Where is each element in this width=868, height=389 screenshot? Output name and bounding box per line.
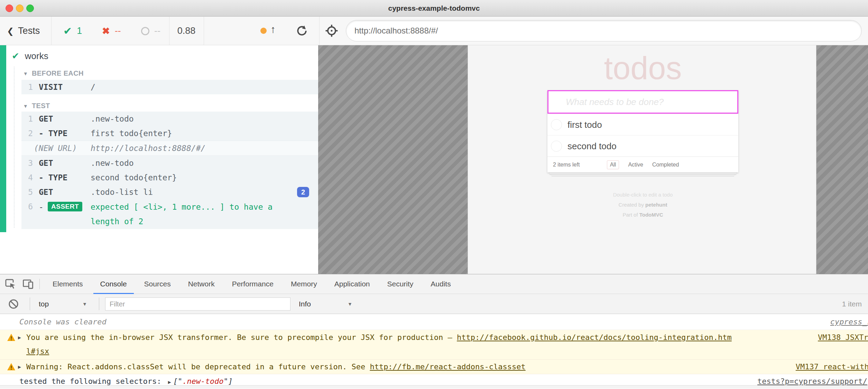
todos-heading: todos	[547, 50, 738, 86]
inspect-element-icon[interactable]	[5, 278, 17, 290]
app-under-test-area: todos first todo second todo 2 items lef…	[318, 45, 868, 274]
todo-toggle-checkbox[interactable]	[551, 141, 562, 152]
command-number: 3	[21, 156, 33, 170]
command-row-get-newtodo-2[interactable]: 3 GET .new-todo	[21, 156, 318, 170]
caret-down-icon: ▾	[24, 103, 27, 109]
credit-author-link[interactable]: petehunt	[645, 202, 667, 208]
section-test[interactable]: ▾ TEST	[24, 102, 50, 110]
back-to-tests-button[interactable]: ❮ Tests	[7, 17, 40, 45]
url-bar[interactable]: http://localhost:8888/#/	[346, 20, 862, 41]
chevron-down-icon[interactable]: ▼	[348, 294, 352, 314]
app-viewport: todos first todo second todo 2 items lef…	[468, 45, 816, 274]
command-number: 4	[21, 170, 33, 185]
new-todo-input[interactable]	[548, 91, 737, 113]
todoapp-card: first todo second todo 2 items left All …	[547, 90, 738, 172]
command-args: .new-todo	[91, 156, 134, 170]
main-area: ✔ works ▾ BEFORE EACH 1 VISIT / ▾ TEST 1…	[0, 45, 868, 274]
source-link[interactable]: cypress_r	[830, 314, 868, 330]
tab-application[interactable]: Application	[326, 274, 379, 294]
todo-label: second todo	[567, 135, 617, 157]
execution-context-select[interactable]: top	[39, 294, 49, 314]
toolbar-separator	[99, 297, 99, 310]
command-args: .new-todo	[91, 112, 134, 126]
todo-footer: 2 items left All Active Completed	[547, 156, 738, 172]
test-title-row[interactable]: ✔ works	[12, 51, 48, 61]
warning-link[interactable]: http://fb.me/react-addons-classset	[370, 362, 525, 371]
toolbar-separator	[39, 279, 40, 289]
command-number: 5	[21, 185, 33, 199]
back-label: Tests	[18, 26, 40, 36]
toggle-device-toolbar-icon[interactable]	[22, 278, 34, 290]
section-before-each[interactable]: ▾ BEFORE EACH	[24, 69, 84, 77]
warning-text: Warning: React.addons.classSet will be d…	[26, 362, 370, 371]
tab-elements[interactable]: Elements	[44, 274, 92, 294]
command-args: .todo-list li	[91, 185, 153, 199]
command-row-get-newtodo-1[interactable]: 1 GET .new-todo	[21, 112, 318, 126]
filter-completed[interactable]: Completed	[652, 162, 679, 168]
toolbar-separator	[30, 297, 30, 310]
chevron-down-icon[interactable]: ▼	[82, 294, 87, 314]
scroll-up-arrow-icon: ↑	[270, 23, 276, 35]
pending-stat: --	[141, 17, 160, 45]
command-row-get-todolist[interactable]: 5 GET .todo-list li 2	[21, 185, 318, 199]
assert-message-line1: expected [ <li>, 1 more... ] to have a	[91, 199, 273, 215]
command-args: first todo{enter}	[91, 126, 172, 141]
command-row-type-second[interactable]: 4 - TYPE second todo{enter}	[21, 170, 318, 185]
warning-link[interactable]: http://facebook.github.io/react/docs/too…	[457, 333, 732, 342]
source-link[interactable]: VM138 JSXTra	[818, 330, 868, 345]
chevron-left-icon: ❮	[7, 26, 14, 36]
cross-icon: ✖	[102, 26, 110, 37]
assert-dash: -	[39, 199, 44, 215]
command-row-new-url[interactable]: (NEW URL) http://localhost:8888/#/	[21, 141, 318, 156]
credit-prefix: Created by	[619, 202, 646, 208]
url-text: http://localhost:8888/#/	[354, 26, 438, 35]
tab-console[interactable]: Console	[92, 274, 136, 294]
command-row-type-first[interactable]: 2 - TYPE first todo{enter}	[21, 126, 318, 141]
assert-message-line2: length of 2	[91, 214, 143, 229]
selector-playground-crosshair-icon[interactable]	[325, 24, 338, 37]
pending-circle-icon	[141, 27, 149, 35]
source-link[interactable]: VM137 react-with-	[796, 360, 868, 374]
tab-network[interactable]: Network	[179, 274, 223, 294]
failed-count: --	[115, 26, 121, 36]
expand-arrow-icon[interactable]: ▶	[18, 330, 21, 345]
console-filter-input[interactable]	[105, 297, 290, 311]
section-label: BEFORE EACH	[32, 69, 84, 77]
command-number: 1	[21, 112, 33, 126]
check-icon: ✔	[63, 25, 72, 37]
todo-item: second todo	[547, 135, 738, 156]
devtools-panel: Elements Console Sources Network Perform…	[0, 274, 868, 389]
log-text: tested the following selectors:	[19, 377, 166, 386]
filter-active[interactable]: Active	[628, 162, 643, 168]
tab-memory[interactable]: Memory	[282, 274, 326, 294]
todo-filters: All Active Completed	[547, 157, 738, 173]
devtools-tabbar: Elements Console Sources Network Perform…	[0, 274, 868, 294]
refresh-icon[interactable]	[296, 25, 308, 37]
clear-console-icon[interactable]	[8, 298, 19, 310]
failed-stat: ✖ --	[102, 17, 121, 45]
todomvc-link[interactable]: TodoMVC	[639, 212, 663, 218]
todo-label: first todo	[567, 114, 602, 135]
array-bracket-open: ["	[173, 377, 183, 386]
tab-security[interactable]: Security	[378, 274, 422, 294]
command-row-visit[interactable]: 1 VISIT /	[21, 80, 318, 94]
expand-arrow-icon[interactable]: ▶	[168, 379, 171, 385]
todo-toggle-checkbox[interactable]	[551, 119, 562, 130]
command-row-assert[interactable]: 6 - ASSERT expected [ <li>, 1 more... ] …	[21, 199, 318, 229]
filter-all[interactable]: All	[607, 160, 619, 169]
expand-arrow-icon[interactable]: ▶	[18, 360, 21, 374]
tab-sources[interactable]: Sources	[136, 274, 179, 294]
command-args: second todo{enter}	[91, 170, 177, 185]
command-method: GET	[39, 112, 53, 126]
tab-audits[interactable]: Audits	[422, 274, 459, 294]
warning-triangle-icon	[7, 363, 16, 371]
tab-performance[interactable]: Performance	[223, 274, 282, 294]
test-duration: 0.88	[169, 17, 204, 45]
log-level-select[interactable]: Info	[299, 294, 311, 314]
new-todo-highlighted-row	[547, 90, 738, 114]
app-info-text: Double-click to edit a todo Created by p…	[547, 190, 738, 220]
window-title: cypress-example-todomvc	[0, 0, 868, 17]
check-icon: ✔	[12, 51, 19, 61]
command-number: 1	[21, 80, 33, 94]
warning-link-wrapped[interactable]: l#jsx	[26, 347, 49, 355]
